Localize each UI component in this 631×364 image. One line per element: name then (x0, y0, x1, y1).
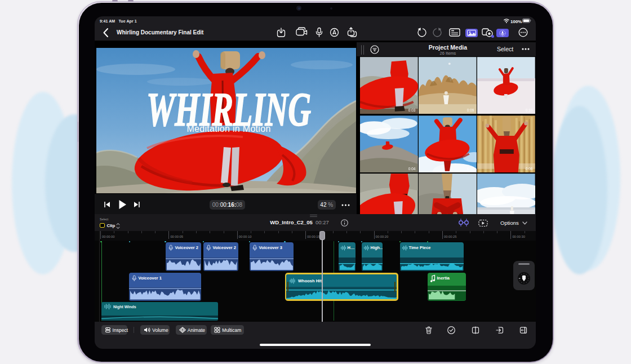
svg-text:High…: High… (370, 245, 383, 250)
svg-text:Inertia: Inertia (437, 276, 450, 281)
svg-text:0:06: 0:06 (526, 166, 533, 170)
svg-text:0:03: 0:03 (408, 108, 416, 112)
svg-text:Voiceover 2: Voiceover 2 (175, 245, 198, 250)
svg-text:Night Winds: Night Winds (113, 305, 136, 309)
svg-text:Voiceover 3: Voiceover 3 (259, 245, 282, 250)
svg-text:0:09: 0:09 (467, 108, 474, 112)
svg-text:0:10: 0:10 (526, 108, 533, 112)
svg-text:Voiceover 1: Voiceover 1 (138, 276, 161, 281)
svg-text:0:02: 0:02 (467, 166, 474, 170)
svg-text:100%: 100% (510, 19, 522, 24)
svg-text:Meditation in Motion: Meditation in Motion (186, 124, 270, 134)
svg-text:H…: H… (347, 245, 354, 250)
svg-text:Whoosh Hit: Whoosh Hit (298, 278, 322, 283)
svg-text:0:04: 0:04 (408, 166, 416, 170)
svg-text:Voiceover 2: Voiceover 2 (213, 245, 236, 250)
svg-text:Time Piece: Time Piece (408, 245, 430, 250)
